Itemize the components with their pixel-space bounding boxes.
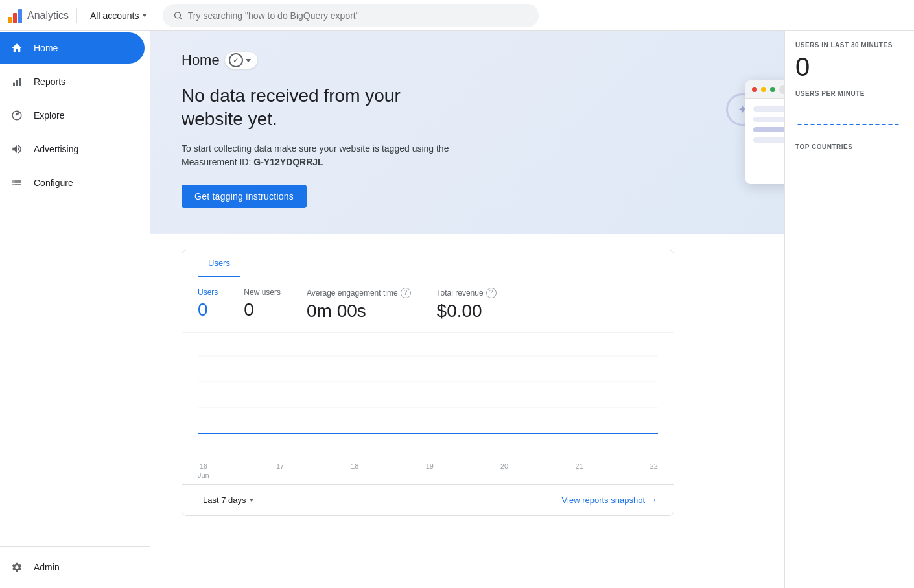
bar-chart-icon [10, 75, 23, 88]
metric-label-revenue: Total revenue ? [437, 288, 497, 298]
sidebar-label-advertising: Advertising [34, 144, 78, 154]
help-revenue-icon[interactable]: ? [486, 288, 497, 298]
metric-label-new-users: New users [244, 288, 281, 297]
chart-footer: Last 7 days View reports snapshot → [182, 484, 674, 515]
view-reports-snapshot-link[interactable]: View reports snapshot → [562, 494, 658, 506]
sidebar-item-home[interactable]: Home [0, 32, 145, 64]
get-tagging-instructions-button[interactable]: Get tagging instructions [182, 185, 307, 208]
chevron-down-icon [142, 14, 147, 17]
sidebar-label-reports: Reports [34, 76, 65, 87]
metric-revenue: Total revenue ? $0.00 [437, 288, 497, 322]
metric-label-users: Users [198, 288, 218, 297]
realtime-users-value: 0 [795, 54, 904, 80]
chevron-down-icon [246, 59, 251, 62]
check-icon: ✓ [229, 53, 243, 67]
chart-card: Users Users 0 New users 0 Average engage… [182, 250, 674, 516]
sidebar-label-home: Home [34, 43, 58, 53]
x-label-21: 21 [575, 462, 583, 479]
svg-rect-3 [19, 78, 21, 86]
measurement-id: G-Y12YDQRRJL [253, 157, 323, 167]
search-input[interactable] [188, 10, 528, 21]
top-nav: Analytics All accounts [0, 0, 914, 31]
sidebar-item-configure[interactable]: Configure [0, 167, 145, 198]
metric-new-users: New users 0 [244, 288, 281, 322]
metric-value-users: 0 [198, 300, 218, 320]
logo-icon [8, 8, 22, 23]
metric-label-engagement: Average engagement time ? [307, 288, 411, 298]
sidebar-label-configure: Configure [34, 178, 73, 188]
sidebar-item-admin[interactable]: Admin [0, 552, 150, 583]
svg-rect-1 [13, 83, 15, 86]
chart-tabs: Users [182, 250, 674, 277]
sidebar-bottom: Admin [0, 546, 150, 588]
home-icon [10, 41, 23, 54]
chart-metrics: Users 0 New users 0 Average engagement t… [182, 277, 674, 333]
realtime-users-label: USERS IN LAST 30 MINUTES [795, 41, 904, 49]
sidebar-item-reports[interactable]: Reports [0, 66, 145, 97]
svg-rect-2 [16, 80, 18, 86]
logo-bar-2 [13, 13, 17, 23]
metric-users: Users 0 [198, 288, 218, 322]
page-title: Home [182, 52, 220, 69]
gear-icon [10, 561, 23, 574]
date-range-label: Last 7 days [203, 495, 246, 505]
chart-area [182, 333, 674, 462]
search-bar [163, 4, 539, 27]
x-label-18: 18 [351, 462, 358, 479]
metric-value-engagement: 0m 00s [307, 301, 411, 322]
no-data-description: To start collecting data make sure your … [182, 142, 467, 169]
admin-label: Admin [34, 562, 60, 572]
users-per-minute-label: USERS PER MINUTE [795, 90, 904, 97]
nav-divider [76, 8, 77, 23]
no-data-heading: No data received from your website yet. [182, 84, 467, 132]
x-label-20: 20 [500, 462, 508, 479]
chart-svg [198, 343, 658, 447]
arrow-right-icon: → [648, 494, 658, 506]
all-accounts-button[interactable]: All accounts [85, 8, 152, 23]
top-countries-label: TOP COUNTRIES [795, 143, 904, 150]
mini-chart [795, 105, 904, 131]
x-label-19: 19 [426, 462, 434, 479]
logo-bar-1 [8, 17, 12, 23]
metric-value-new-users: 0 [244, 300, 281, 320]
chart-x-axis: 16 Jun 17 18 19 20 21 22 [182, 462, 674, 484]
logo-area: Analytics [8, 8, 69, 23]
x-label-16: 16 Jun [198, 462, 209, 479]
sidebar-item-advertising[interactable]: Advertising [0, 134, 145, 165]
search-icon [173, 10, 183, 21]
help-engagement-icon[interactable]: ? [401, 288, 411, 298]
chevron-down-icon [249, 499, 254, 502]
date-range-button[interactable]: Last 7 days [198, 493, 259, 508]
app-name: Analytics [27, 10, 69, 21]
all-accounts-label: All accounts [90, 10, 139, 21]
sidebar: Home Reports Explore Advertising [0, 31, 150, 588]
sidebar-item-explore[interactable]: Explore [0, 100, 145, 131]
sidebar-label-explore: Explore [34, 110, 64, 121]
logo-bar-3 [18, 9, 22, 23]
x-label-17: 17 [276, 462, 284, 479]
tab-users[interactable]: Users [198, 250, 240, 277]
configure-icon [10, 176, 23, 189]
x-label-22: 22 [650, 462, 658, 479]
hero-dropdown[interactable]: ✓ [225, 52, 257, 69]
advertising-icon [10, 143, 23, 156]
metric-value-revenue: $0.00 [437, 301, 497, 322]
metric-engagement: Average engagement time ? 0m 00s [307, 288, 411, 322]
realtime-panel: USERS IN LAST 30 MINUTES 0 USERS PER MIN… [784, 31, 914, 588]
explore-icon [10, 109, 23, 122]
